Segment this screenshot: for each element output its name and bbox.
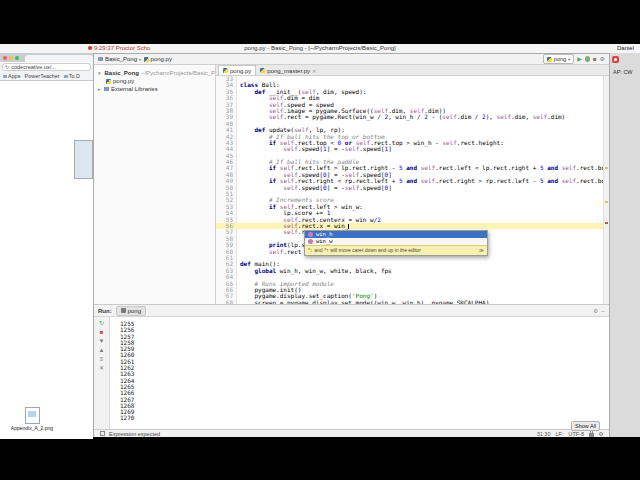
close-tab-icon[interactable]: ✕ — [312, 68, 316, 74]
status-right-cluster: 31:30 LF: UTF-8 — [537, 431, 603, 437]
settings-icon[interactable]: ⚙ — [600, 55, 605, 63]
folder-icon — [64, 75, 68, 78]
run-header-icons: ⚙ ─ — [593, 308, 605, 314]
expand-arrow-icon[interactable]: ▾ — [98, 70, 101, 76]
status-bar: Expression expected 31:30 LF: UTF-8 — [94, 429, 609, 437]
run-button[interactable]: ▶ — [577, 55, 582, 63]
minimize-window-button[interactable] — [9, 56, 13, 60]
desktop-file-icon[interactable]: Appendix_A_2.png — [6, 407, 58, 431]
variable-icon — [308, 239, 313, 244]
bookmarks-bar: Apps PowerTeacher To D — [0, 72, 93, 81]
image-file-icon — [25, 407, 40, 424]
bookmark-powerteacher[interactable]: PowerTeacher — [25, 73, 60, 79]
notification-icon[interactable] — [612, 56, 619, 63]
breadcrumb-file[interactable]: pong.py — [151, 56, 172, 62]
rerun-icon[interactable]: ↻ — [99, 320, 104, 327]
completion-item-win-h[interactable]: win_h — [305, 231, 487, 238]
browser-page-fragment: Appendix_A_2.png — [0, 81, 93, 439]
stop-icon[interactable]: ■ — [100, 329, 104, 336]
warning-stripe-mark[interactable] — [605, 201, 608, 203]
autocomplete-popup: win_h win_w ^↓ and ^↑ will move caret do… — [304, 230, 488, 256]
browser-toolbar: ↻ codecreative.us/... — [0, 63, 93, 72]
python-file-icon — [547, 57, 552, 62]
editor-tab-bar: pong.py pong_master.py ✕ — [216, 65, 609, 76]
run-panel-body: ↻ ■ ▼ ▲ ≡ ✕ 1255125612571258125912601261… — [94, 317, 609, 430]
run-console[interactable]: 1255125612571258125912601261126212631264… — [110, 317, 609, 430]
settings-icon[interactable]: ⚙ — [593, 308, 598, 314]
stop-button[interactable]: ■ — [593, 55, 597, 63]
completion-hint: ^↓ and ^↑ will move caret down and up in… — [305, 245, 487, 255]
soft-wrap-icon[interactable]: ≡ — [100, 356, 104, 363]
run-panel-header: Run: pong ⚙ ─ — [94, 305, 609, 317]
zoom-window-button[interactable] — [15, 56, 19, 60]
editor-area: pong.py pong_master.py ✕ 3334class Ball:… — [216, 65, 609, 304]
python-file-icon — [144, 57, 149, 62]
browser-tab-strip — [0, 53, 93, 62]
page-image-thumbnail — [74, 140, 93, 179]
console-line: 1270 — [120, 415, 609, 421]
reload-icon[interactable]: ↻ — [5, 65, 9, 70]
run-toolbar: ↻ ■ ▼ ▲ ≡ ✕ — [94, 317, 110, 430]
python-file-icon — [260, 68, 265, 73]
hide-panel-icon[interactable]: ─ — [601, 308, 605, 314]
down-arrow-icon[interactable]: ▼ — [99, 338, 105, 345]
clear-console-icon[interactable]: ✕ — [99, 365, 104, 372]
project-root-node[interactable]: ▾ Basic_Pong ~/PycharmProjects/Basic_P — [94, 69, 215, 77]
file-encoding[interactable]: UTF-8 — [568, 431, 584, 437]
user-menu[interactable]: Daniel — [617, 45, 634, 51]
project-node-pong-py[interactable]: pong.py — [94, 77, 215, 85]
editor-tab-pong-master-py[interactable]: pong_master.py ✕ — [256, 66, 320, 75]
address-text: codecreative.us/... — [11, 64, 56, 70]
hint-more-icon[interactable]: ≫ — [479, 247, 484, 253]
completion-item-win-w[interactable]: win_w — [305, 238, 487, 245]
error-stripe-mark[interactable] — [605, 222, 608, 224]
project-panel: ▾ Basic_Pong ~/PycharmProjects/Basic_P p… — [94, 65, 216, 304]
code-editor[interactable]: 3334class Ball:35 def __init__(self, dim… — [216, 76, 609, 304]
desktop-screen: 9:29:37 Proctor Scho pong.py - Basic_Pon… — [0, 44, 640, 437]
console-icon — [121, 308, 126, 313]
project-node-external-libraries[interactable]: ▸ External Libraries — [94, 85, 215, 93]
breadcrumb-project[interactable]: Basic_Pong — [105, 56, 137, 62]
debug-button[interactable] — [585, 56, 590, 62]
caret-position[interactable]: 31:30 — [537, 431, 551, 437]
bookmark-to-d[interactable]: To D — [64, 73, 80, 79]
up-arrow-icon[interactable]: ▲ — [99, 347, 105, 354]
desktop-right-strip: AP: CW — [610, 53, 640, 437]
close-window-button[interactable] — [3, 56, 7, 60]
breadcrumb: Basic_Pong ▸ pong.py — [98, 56, 172, 62]
run-tab-pong[interactable]: pong — [116, 306, 146, 316]
editor-scrollbar[interactable] — [603, 76, 609, 304]
desktop-note: AP: CW — [613, 69, 633, 75]
navigation-toolbar: Basic_Pong ▸ pong.py pong ▾ ▶ ■ ⚙ — [94, 54, 609, 65]
browser-tab-partial[interactable] — [25, 55, 93, 62]
line-separator[interactable]: LF: — [555, 431, 563, 437]
chevron-right-icon: ▸ — [139, 56, 142, 62]
lock-icon[interactable] — [589, 433, 594, 437]
show-all-popup[interactable]: Show All — [571, 421, 600, 431]
window-title: pong.py - Basic_Pong - [~/PycharmProject… — [0, 45, 640, 51]
inspections-icon[interactable] — [599, 432, 603, 436]
window-controls — [3, 56, 19, 60]
address-bar[interactable]: ↻ codecreative.us/... — [2, 63, 91, 71]
main-area: ▾ Basic_Pong ~/PycharmProjects/Basic_P p… — [94, 65, 609, 304]
bookmark-apps[interactable]: Apps — [3, 73, 21, 79]
code-lines: 3334class Ball:35 def __init__(self, dim… — [216, 76, 609, 304]
editor-tab-pong-py[interactable]: pong.py — [218, 65, 256, 75]
desktop-file-label: Appendix_A_2.png — [6, 425, 58, 431]
python-file-icon — [106, 79, 111, 84]
warning-stripe-mark[interactable] — [605, 167, 608, 169]
collapse-arrow-icon[interactable]: ▸ — [98, 86, 102, 92]
pycharm-window: Basic_Pong ▸ pong.py pong ▾ ▶ ■ ⚙ ▾ — [93, 53, 610, 437]
variable-icon — [308, 232, 313, 237]
status-message: Expression expected — [109, 431, 160, 437]
run-configuration-select[interactable]: pong ▾ — [543, 54, 575, 64]
python-file-icon — [223, 68, 228, 73]
run-controls: pong ▾ ▶ ■ ⚙ — [543, 54, 605, 64]
project-folder-icon — [98, 57, 103, 61]
run-tool-window: Run: pong ⚙ ─ ↻ ■ ▼ ▲ ≡ ✕ — [94, 304, 609, 430]
browser-window-fragment: ↻ codecreative.us/... Apps PowerTeacher … — [0, 53, 93, 437]
toolwindow-toggle-icon[interactable] — [100, 431, 105, 436]
folder-icon — [3, 75, 7, 78]
chevron-down-icon: ▾ — [568, 57, 570, 62]
libraries-folder-icon — [104, 87, 109, 91]
